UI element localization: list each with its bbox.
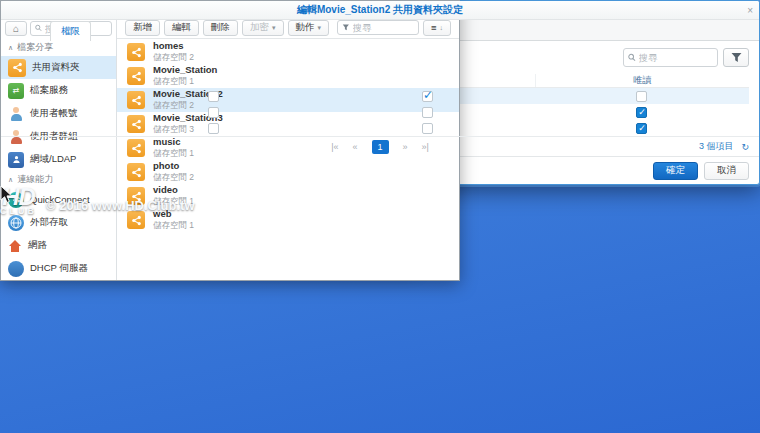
sidebar-item-network[interactable]: 網路 bbox=[1, 234, 116, 257]
user-icon bbox=[8, 106, 24, 122]
menu-icon: ≡ bbox=[431, 22, 437, 33]
ok-button[interactable]: 確定 bbox=[653, 162, 698, 180]
shared-folder-list: homes儲存空間 2 Movie_Station儲存空間 1 Movie_St… bbox=[117, 39, 459, 280]
page-next-button[interactable]: » bbox=[403, 142, 408, 152]
check-icon: ✓ bbox=[423, 88, 433, 102]
collapse-icon: ∧ bbox=[8, 44, 13, 52]
search-input[interactable] bbox=[353, 22, 414, 33]
checkbox-read-write[interactable] bbox=[422, 107, 433, 118]
caret-down-icon: ▾ bbox=[318, 24, 322, 32]
mouse-cursor bbox=[0, 185, 13, 206]
search-icon bbox=[628, 53, 636, 62]
shared-folder-icon bbox=[127, 91, 145, 109]
pagination-bar: |« « 1 » »| 3 個項目 ↻ bbox=[1, 136, 759, 156]
checkbox-no-access[interactable] bbox=[208, 91, 219, 102]
checkbox-read-write[interactable] bbox=[422, 123, 433, 134]
check-icon: ✓ bbox=[638, 107, 646, 117]
home-icon: ⌂ bbox=[13, 23, 19, 34]
funnel-icon bbox=[731, 52, 742, 63]
watermark-text: © 2016 www.HD.Club.tw bbox=[46, 198, 195, 216]
checkbox-read-only-checked[interactable]: ✓ bbox=[636, 107, 647, 118]
watermark: HD CLUB © 2016 www.HD.Club.tw bbox=[0, 185, 195, 216]
dialog-title: 編輯Movie_Station2 共用資料夾設定 bbox=[297, 3, 463, 17]
page-last-button[interactable]: »| bbox=[422, 142, 429, 152]
shared-folder-icon bbox=[127, 67, 145, 85]
page-first-button[interactable]: |« bbox=[331, 142, 338, 152]
close-icon[interactable]: × bbox=[747, 5, 753, 16]
network-icon bbox=[8, 239, 22, 253]
sort-button[interactable]: ≡↓ bbox=[423, 20, 451, 36]
caret-down-icon: ▾ bbox=[272, 24, 276, 32]
section-file-sharing[interactable]: ∧檔案分享 bbox=[1, 39, 116, 56]
home-button[interactable]: ⌂ bbox=[5, 21, 27, 36]
funnel-icon bbox=[342, 23, 350, 32]
folder-row-homes[interactable]: homes儲存空間 2 bbox=[117, 40, 459, 64]
column-read-only[interactable]: 唯讀 bbox=[535, 74, 749, 87]
checkbox-read-only-checked[interactable]: ✓ bbox=[636, 123, 647, 134]
globe-icon bbox=[8, 215, 24, 231]
sidebar-item-file-services[interactable]: ⇄ 檔案服務 bbox=[1, 79, 116, 102]
checkbox-no-access[interactable] bbox=[208, 123, 219, 134]
create-button[interactable]: 新增 bbox=[125, 20, 160, 36]
folder-row-movie-station3[interactable]: Movie_Station3儲存空間 3 bbox=[117, 112, 459, 136]
dialog-titlebar[interactable]: 編輯Movie_Station2 共用資料夾設定 × bbox=[1, 1, 759, 20]
delete-button[interactable]: 刪除 bbox=[203, 20, 238, 36]
file-services-icon: ⇄ bbox=[8, 83, 24, 99]
shared-folder-icon bbox=[8, 59, 26, 77]
dhcp-server-icon bbox=[8, 261, 24, 277]
sidebar-item-dhcp-server[interactable]: DHCP 伺服器 bbox=[1, 257, 116, 280]
shared-folder-icon bbox=[127, 43, 145, 61]
edit-button[interactable]: 編輯 bbox=[164, 20, 199, 36]
sidebar-item-user[interactable]: 使用者帳號 bbox=[1, 102, 116, 125]
refresh-icon[interactable]: ↻ bbox=[741, 142, 749, 152]
checkbox-read-write-checked[interactable]: ✓ bbox=[422, 91, 433, 102]
page-prev-button[interactable]: « bbox=[352, 142, 357, 152]
page-current[interactable]: 1 bbox=[372, 140, 389, 154]
encrypt-button: 加密▾ bbox=[242, 20, 284, 36]
search-icon bbox=[35, 24, 42, 32]
checkbox-read-only[interactable] bbox=[636, 91, 647, 102]
folder-row-movie-station[interactable]: Movie_Station儲存空間 1 bbox=[117, 64, 459, 88]
sort-arrow-icon: ↓ bbox=[440, 24, 444, 31]
checkbox-no-access[interactable] bbox=[208, 107, 219, 118]
sidebar-item-shared-folder[interactable]: 共用資料夾 bbox=[1, 56, 116, 79]
tab-permissions[interactable]: 權限 bbox=[50, 21, 91, 41]
search-input[interactable] bbox=[639, 52, 713, 63]
cancel-button[interactable]: 取消 bbox=[704, 162, 749, 180]
item-count: 3 個項目 bbox=[699, 140, 734, 153]
folder-row-movie-station2[interactable]: Movie_Station2儲存空間 2 bbox=[117, 88, 459, 112]
shared-folder-icon bbox=[127, 163, 145, 181]
filter-button[interactable] bbox=[723, 48, 749, 67]
folder-filter-search[interactable] bbox=[337, 20, 419, 35]
check-icon: ✓ bbox=[638, 123, 646, 133]
shared-folder-icon bbox=[127, 115, 145, 133]
folder-row-photo[interactable]: photo儲存空間 2 bbox=[117, 160, 459, 184]
permission-search[interactable] bbox=[623, 48, 718, 67]
action-button[interactable]: 動作▾ bbox=[288, 20, 330, 36]
